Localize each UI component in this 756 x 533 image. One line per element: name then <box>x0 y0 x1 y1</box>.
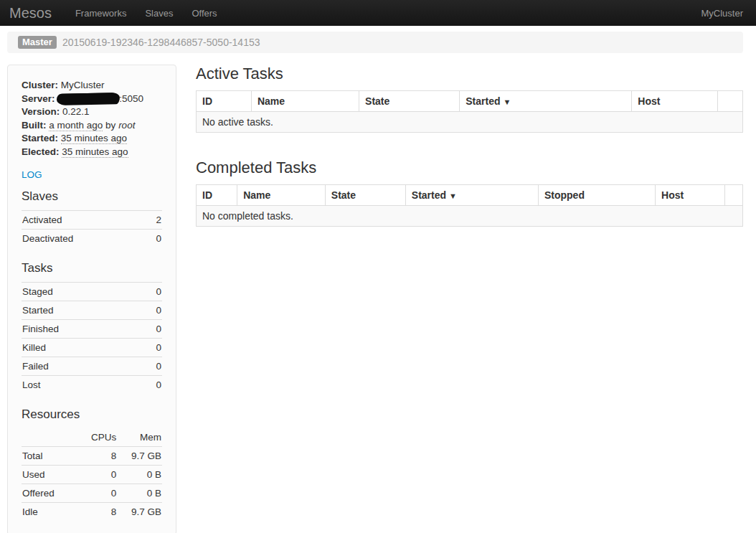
server-label: Server: <box>22 93 55 104</box>
server-line: Server: :5050 <box>22 93 162 106</box>
active-col-actions <box>717 91 742 112</box>
sort-desc-icon: ▼ <box>503 98 511 106</box>
resources-offered-label: Offered <box>22 484 80 503</box>
navbar: Mesos Frameworks Slaves Offers MyCluster <box>0 0 756 26</box>
resources-total-label: Total <box>22 447 80 466</box>
table-row: Deactivated 0 <box>22 230 162 248</box>
table-row: CPUs Mem <box>22 428 162 447</box>
log-link[interactable]: LOG <box>22 169 42 180</box>
completed-tasks-heading: Completed Tasks <box>196 159 743 177</box>
completed-col-host[interactable]: Host <box>656 185 725 206</box>
tasks-finished-label: Finished <box>22 320 141 339</box>
navbar-menu: Frameworks Slaves Offers <box>66 0 227 26</box>
resources-col-mem: Mem <box>117 428 162 447</box>
active-col-name[interactable]: Name <box>251 91 359 112</box>
table-row: Failed 0 <box>22 357 162 376</box>
active-col-host[interactable]: Host <box>632 91 718 112</box>
resources-offered-mem: 0 B <box>117 484 162 503</box>
tasks-staged-label: Staged <box>22 283 141 301</box>
completed-col-name[interactable]: Name <box>237 185 326 206</box>
tasks-failed-label: Failed <box>22 357 141 376</box>
nav-item-frameworks[interactable]: Frameworks <box>66 0 136 26</box>
completed-col-started[interactable]: Started ▼ <box>405 185 538 206</box>
built-relative-time: a month ago <box>49 120 103 131</box>
tasks-heading: Tasks <box>22 261 162 275</box>
resources-idle-cpus: 8 <box>80 503 117 522</box>
resources-total-cpus: 8 <box>80 447 117 466</box>
slaves-activated-label: Activated <box>22 211 146 230</box>
table-row: No active tasks. <box>197 112 743 133</box>
cluster-value: MyCluster <box>61 80 105 90</box>
elected-label: Elected: <box>22 146 60 157</box>
version-line: Version: 0.22.1 <box>22 105 162 119</box>
resources-offered-cpus: 0 <box>80 484 117 503</box>
table-row: Lost 0 <box>22 376 162 395</box>
table-row: No completed tasks. <box>197 206 743 227</box>
master-id: 20150619-192346-1298446857-5050-14153 <box>62 37 260 48</box>
built-user: root <box>118 120 135 131</box>
active-col-state[interactable]: State <box>359 91 460 112</box>
slaves-deactivated-label: Deactivated <box>22 230 146 248</box>
table-header-row: ID Name State Started ▼ Stopped Host <box>197 185 743 206</box>
server-port: :5050 <box>119 93 143 104</box>
tasks-lost-label: Lost <box>22 376 141 395</box>
table-row: Killed 0 <box>22 339 162 357</box>
cluster-line: Cluster: MyCluster <box>22 79 162 93</box>
table-row: Used 0 0 B <box>22 466 162 484</box>
built-by: by <box>105 120 115 131</box>
active-tasks-empty-message: No active tasks. <box>197 112 743 133</box>
tasks-killed-value: 0 <box>141 339 162 357</box>
completed-col-state[interactable]: State <box>325 185 405 206</box>
table-row: Started 0 <box>22 301 162 320</box>
completed-tasks-table: ID Name State Started ▼ Stopped Host No … <box>196 184 743 227</box>
sidebar-panel: Cluster: MyCluster Server: :5050 Version… <box>7 65 176 533</box>
tasks-staged-value: 0 <box>141 283 162 301</box>
table-row: Staged 0 <box>22 283 162 301</box>
resources-idle-label: Idle <box>22 503 80 522</box>
active-col-id[interactable]: ID <box>197 91 252 112</box>
resources-table: CPUs Mem Total 8 9.7 GB Used 0 0 B <box>22 428 162 521</box>
started-line: Started: 35 minutes ago <box>22 132 162 146</box>
tasks-started-value: 0 <box>141 301 162 320</box>
started-label: Started: <box>22 133 58 143</box>
nav-item-slaves[interactable]: Slaves <box>136 0 182 26</box>
main-content: Active Tasks ID Name State Started ▼ Hos… <box>196 65 743 227</box>
elected-line: Elected: 35 minutes ago <box>22 146 162 159</box>
table-header-row: ID Name State Started ▼ Host <box>197 91 743 112</box>
table-row: Idle 8 9.7 GB <box>22 503 162 522</box>
resources-used-cpus: 0 <box>80 466 117 484</box>
tasks-table: Staged 0 Started 0 Finished 0 Killed 0 <box>22 282 162 394</box>
completed-col-stopped[interactable]: Stopped <box>538 185 655 206</box>
tasks-started-label: Started <box>22 301 141 320</box>
resources-col-empty <box>22 428 80 447</box>
nav-item-offers[interactable]: Offers <box>182 0 226 26</box>
brand-mesos[interactable]: Mesos <box>0 5 66 22</box>
active-col-started[interactable]: Started ▼ <box>460 91 632 112</box>
resources-used-mem: 0 B <box>117 466 162 484</box>
tasks-killed-label: Killed <box>22 339 141 357</box>
resources-idle-mem: 9.7 GB <box>117 503 162 522</box>
completed-col-id[interactable]: ID <box>197 185 237 206</box>
slaves-heading: Slaves <box>22 189 162 204</box>
completed-tasks-empty-message: No completed tasks. <box>197 206 743 227</box>
resources-heading: Resources <box>22 407 162 422</box>
resources-total-mem: 9.7 GB <box>117 447 162 466</box>
slaves-deactivated-value: 0 <box>146 230 162 248</box>
active-tasks-heading: Active Tasks <box>196 65 743 83</box>
active-tasks-table: ID Name State Started ▼ Host No active t… <box>196 90 743 133</box>
completed-col-actions <box>724 185 742 206</box>
resources-used-label: Used <box>22 466 80 484</box>
sort-desc-icon: ▼ <box>449 192 457 200</box>
table-row: Activated 2 <box>22 211 162 230</box>
server-address-redaction <box>57 93 119 105</box>
table-row: Offered 0 0 B <box>22 484 162 503</box>
slaves-table: Activated 2 Deactivated 0 <box>22 210 162 247</box>
tasks-finished-value: 0 <box>141 320 162 339</box>
version-label: Version: <box>22 106 60 117</box>
navbar-cluster-name: MyCluster <box>701 8 743 19</box>
table-row: Finished 0 <box>22 320 162 339</box>
tasks-lost-value: 0 <box>141 376 162 395</box>
built-line: Built: a month ago by root <box>22 119 162 133</box>
master-badge: Master <box>18 36 57 49</box>
started-relative-time: 35 minutes ago <box>61 133 127 144</box>
